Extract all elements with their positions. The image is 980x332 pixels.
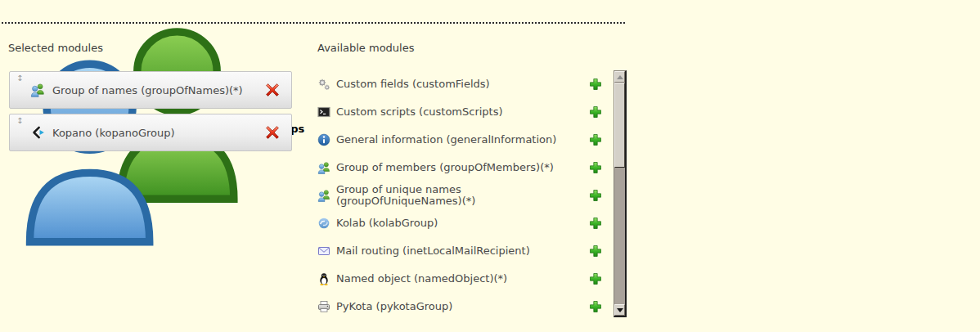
available-module-row[interactable]: Custom scripts (customScripts) bbox=[317, 98, 614, 126]
add-module-button[interactable] bbox=[589, 133, 602, 146]
remove-module-button[interactable] bbox=[265, 125, 280, 140]
add-module-button[interactable] bbox=[589, 217, 602, 230]
module-label: Kolab (kolabGroup) bbox=[336, 218, 589, 229]
available-module-row[interactable]: Group of members (groupOfMembers)(*) bbox=[317, 154, 614, 182]
available-modules-heading: Available modules bbox=[317, 42, 414, 54]
available-module-row[interactable]: Mail routing (inetLocalMailRecipient) bbox=[317, 237, 614, 265]
green-plus-icon bbox=[589, 245, 602, 258]
drag-handle-icon[interactable]: ↕ bbox=[16, 74, 23, 83]
available-module-row[interactable]: General information (generalInformation) bbox=[317, 126, 614, 154]
selected-module-row[interactable]: ↕ Group of names (groupOfNames)(*) bbox=[9, 71, 292, 109]
info-icon bbox=[317, 133, 330, 146]
scrollbar-thumb[interactable] bbox=[614, 83, 625, 168]
module-label: Group of unique names (groupOfUniqueName… bbox=[336, 184, 589, 207]
mail-icon bbox=[317, 245, 330, 258]
red-x-icon bbox=[265, 83, 280, 97]
group-icon bbox=[317, 161, 330, 174]
module-label: Kopano (kopanoGroup) bbox=[52, 127, 265, 139]
scroll-down-button[interactable] bbox=[614, 304, 625, 316]
green-plus-icon bbox=[589, 300, 602, 313]
scrollbar-track[interactable] bbox=[614, 83, 625, 304]
available-module-row[interactable]: Kolab (kolabGroup) bbox=[317, 209, 614, 237]
scroll-up-icon bbox=[617, 75, 623, 79]
module-label: Custom scripts (customScripts) bbox=[336, 106, 589, 118]
printer-icon bbox=[317, 300, 330, 313]
green-plus-icon bbox=[589, 161, 602, 174]
module-label: PyKota (pykotaGroup) bbox=[336, 301, 589, 312]
add-module-button[interactable] bbox=[589, 161, 602, 174]
group-icon bbox=[317, 189, 330, 202]
module-label: Named object (namedObject)(*) bbox=[336, 273, 589, 285]
available-modules-list: Custom fields (customFields) Custom scri… bbox=[317, 70, 614, 321]
kopano-icon bbox=[30, 125, 45, 140]
add-module-button[interactable] bbox=[589, 272, 602, 285]
module-label: Group of members (groupOfMembers)(*) bbox=[336, 162, 589, 173]
green-plus-icon bbox=[589, 272, 602, 285]
available-module-row[interactable]: Group of unique names (groupOfUniqueName… bbox=[317, 182, 614, 209]
module-label: Mail routing (inetLocalMailRecipient) bbox=[336, 245, 589, 257]
selected-modules-list: ↕ Group of names (groupOfNames)(*) ↕ Kop… bbox=[9, 71, 292, 156]
green-plus-icon bbox=[589, 105, 602, 119]
remove-module-button[interactable] bbox=[265, 83, 280, 97]
available-module-row[interactable]: Custom fields (customFields) bbox=[317, 70, 614, 98]
gears-icon bbox=[317, 78, 330, 91]
penguin-icon bbox=[317, 272, 330, 285]
red-x-icon bbox=[265, 125, 280, 140]
add-module-button[interactable] bbox=[589, 300, 602, 313]
available-modules-scrollbar[interactable] bbox=[614, 70, 627, 317]
green-plus-icon bbox=[589, 133, 602, 146]
scroll-up-button[interactable] bbox=[614, 71, 625, 83]
green-plus-icon bbox=[589, 189, 602, 202]
add-module-button[interactable] bbox=[589, 245, 602, 258]
module-label: General information (generalInformation) bbox=[336, 134, 589, 146]
green-plus-icon bbox=[589, 78, 602, 91]
scroll-down-icon bbox=[617, 308, 623, 312]
green-plus-icon bbox=[589, 217, 602, 230]
available-module-row[interactable]: PyKota (pykotaGroup) bbox=[317, 293, 614, 321]
group-icon bbox=[30, 83, 45, 97]
selected-modules-heading: Selected modules bbox=[8, 42, 103, 54]
drag-handle-icon[interactable]: ↕ bbox=[16, 117, 23, 125]
kolab-icon bbox=[317, 217, 330, 230]
selected-module-row[interactable]: ↕ Kopano (kopanoGroup) bbox=[9, 114, 292, 151]
add-module-button[interactable] bbox=[589, 105, 602, 119]
module-label: Custom fields (customFields) bbox=[336, 79, 589, 90]
terminal-icon bbox=[317, 105, 330, 119]
add-module-button[interactable] bbox=[589, 78, 602, 91]
header-divider bbox=[2, 22, 625, 24]
available-module-row[interactable]: Named object (namedObject)(*) bbox=[317, 265, 614, 293]
module-label: Group of names (groupOfNames)(*) bbox=[52, 84, 265, 96]
add-module-button[interactable] bbox=[589, 189, 602, 202]
